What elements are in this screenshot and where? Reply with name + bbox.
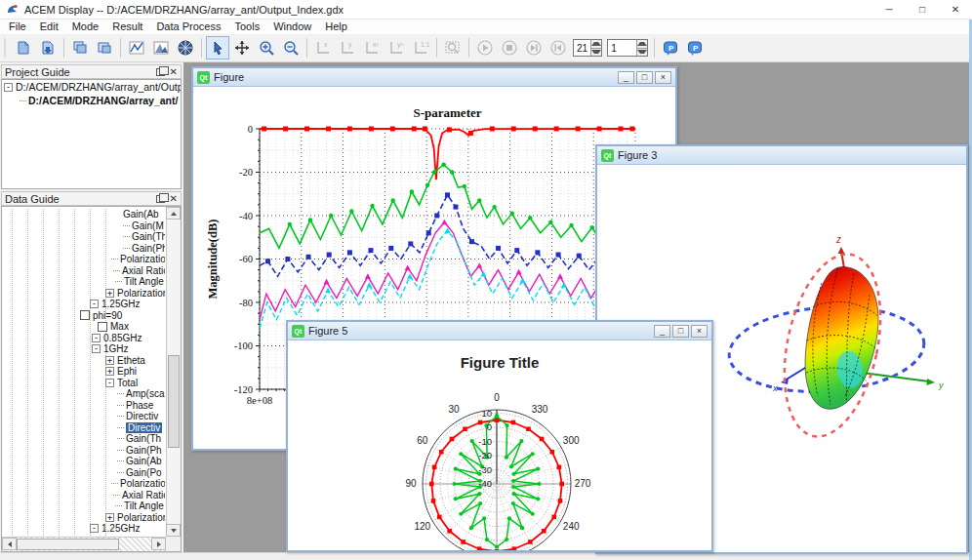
collapse-icon[interactable]: -: [92, 344, 101, 353]
float-panel-icon[interactable]: [156, 195, 165, 203]
pan-tool-icon[interactable]: [230, 36, 254, 60]
pointer-tool-icon[interactable]: [206, 36, 229, 60]
menu-item-help[interactable]: Help: [318, 20, 354, 34]
maximize-button[interactable]: □: [906, 0, 939, 19]
scroll-up-icon[interactable]: [166, 207, 181, 220]
tree-item-total[interactable]: -Total: [105, 378, 165, 389]
horizontal-scrollbar[interactable]: [2, 537, 166, 551]
checkbox-icon[interactable]: [80, 310, 90, 320]
axis-scale-5-icon[interactable]: 1:1: [409, 36, 432, 60]
expand-icon[interactable]: +: [105, 356, 114, 365]
menu-item-result[interactable]: Result: [105, 20, 149, 34]
tree-item-1-25ghz[interactable]: -1.25GHz: [90, 523, 165, 535]
menu-item-mode[interactable]: Mode: [65, 20, 106, 34]
frame-count-spinbox[interactable]: 21: [573, 39, 602, 57]
spin-down-icon[interactable]: [637, 48, 647, 57]
axis-scale-1-icon[interactable]: x: [311, 36, 335, 60]
collapse-icon[interactable]: -: [90, 524, 99, 533]
plot-2d-icon[interactable]: [125, 36, 148, 60]
scroll-right-icon[interactable]: [151, 538, 166, 550]
step-back-icon[interactable]: [547, 36, 570, 60]
tree-item-d-acem-drzhang-array-ant-[interactable]: D:/ACEM/DRZHANG/array_ant/: [20, 94, 181, 107]
figure5-close-button[interactable]: ×: [691, 325, 708, 338]
zoom-region-icon[interactable]: [441, 36, 465, 60]
scroll-left-icon[interactable]: [2, 538, 17, 550]
figure-close-button[interactable]: ×: [655, 71, 671, 84]
collapse-icon[interactable]: -: [90, 300, 99, 308]
cascade-windows-icon[interactable]: [68, 36, 92, 60]
tree-item-gain-ab[interactable]: Gain(Ab: [123, 209, 165, 220]
figure3-window-titlebar[interactable]: Qt Figure 3: [597, 146, 966, 165]
tree-item-gain-m[interactable]: Gain(M: [123, 220, 165, 232]
zoom-out-tool-icon[interactable]: [279, 36, 303, 60]
tree-item-directiv[interactable]: Directiv: [117, 422, 165, 434]
tree-item-1ghz[interactable]: -1GHz: [92, 343, 165, 355]
frame-index-value[interactable]: 1: [608, 40, 636, 56]
axis-scale-3-icon[interactable]: x²: [360, 36, 384, 60]
menu-item-file[interactable]: File: [2, 20, 33, 34]
axis-scale-2-icon[interactable]: y: [336, 36, 359, 60]
tree-item-gain-th[interactable]: Gain(Th: [117, 433, 165, 445]
spin-down-icon[interactable]: [591, 48, 601, 57]
float-panel-icon[interactable]: [156, 68, 165, 76]
tree-item-gain-po[interactable]: Gain(Po: [117, 467, 165, 479]
menu-item-window[interactable]: Window: [266, 20, 318, 34]
zoom-in-tool-icon[interactable]: [255, 36, 278, 60]
plot-3d-icon[interactable]: [149, 36, 173, 60]
tree-item-polarization[interactable]: +Polarization: [105, 288, 165, 300]
vertical-scrollbar-thumb[interactable]: [168, 355, 180, 448]
close-button[interactable]: ✕: [939, 0, 972, 19]
frame-count-value[interactable]: 21: [574, 40, 590, 56]
figure5-window[interactable]: Qt Figure 5 _ □ × Figure Title 030609012…: [286, 320, 713, 552]
axis-scale-4-icon[interactable]: y²: [385, 36, 408, 60]
tree-item-ephi[interactable]: +Ephi: [105, 366, 165, 378]
collapse-icon[interactable]: -: [4, 83, 13, 92]
tree-item-3d-pattern[interactable]: -3D Pattern: [55, 535, 165, 537]
menu-item-data-process[interactable]: Data Process: [149, 20, 227, 34]
tree-item-axial-ratio[interactable]: Axial Ratio: [113, 265, 165, 277]
tree-item-polarization[interactable]: Polarization: [111, 254, 165, 265]
figure5-window-titlebar[interactable]: Qt Figure 5 _ □ ×: [288, 322, 711, 340]
tree-item-gain-ph[interactable]: Gain(Ph: [123, 243, 165, 255]
figure5-minimize-button[interactable]: _: [654, 325, 670, 338]
tree-item-axial-ratio[interactable]: Axial Ratio: [113, 490, 165, 501]
figure-minimize-button[interactable]: _: [618, 71, 634, 84]
scroll-down-icon[interactable]: [166, 524, 181, 537]
title-bar[interactable]: ACEM Display -- D:/ACEM/DRZHANG/array_an…: [0, 0, 972, 20]
menu-item-edit[interactable]: Edit: [33, 20, 65, 34]
close-panel-icon[interactable]: ✕: [170, 194, 178, 204]
expand-icon[interactable]: +: [105, 513, 114, 522]
tree-item-1-25ghz[interactable]: -1.25GHz: [90, 299, 165, 310]
report-1-icon[interactable]: P: [659, 36, 682, 60]
tree-item-tilt-angle[interactable]: Tilt Angle: [115, 500, 165, 512]
tree-item-gain-ab[interactable]: Gain(Ab: [117, 456, 165, 467]
horizontal-scrollbar-thumb[interactable]: [17, 539, 119, 550]
figure5-maximize-button[interactable]: □: [672, 325, 689, 338]
tree-item-polarization[interactable]: Polarization: [111, 478, 165, 490]
tree-item-amp-sca[interactable]: Amp(sca: [117, 388, 165, 400]
toolbar-grip[interactable]: [4, 38, 9, 58]
collapse-icon[interactable]: -: [92, 334, 101, 342]
tree-item-directiv[interactable]: Directiv: [117, 411, 165, 422]
figure-window-titlebar[interactable]: Qt Figure _ □ ×: [193, 68, 675, 87]
collapse-icon[interactable]: -: [105, 379, 114, 387]
checkbox-icon[interactable]: [98, 322, 107, 332]
tree-item-tilt-angle[interactable]: Tilt Angle: [115, 276, 165, 288]
tree-item-polarization[interactable]: +Polarization: [105, 512, 165, 524]
tree-item-phi-90[interactable]: phi=90: [80, 310, 165, 322]
tile-windows-icon[interactable]: [93, 36, 116, 60]
tree-item-gain-th[interactable]: Gain(Th: [123, 231, 165, 243]
vertical-scrollbar[interactable]: [166, 207, 181, 537]
open-result-icon[interactable]: [12, 36, 35, 60]
tree-item-max[interactable]: Max: [98, 321, 165, 333]
close-panel-icon[interactable]: ✕: [170, 67, 178, 77]
expand-icon[interactable]: +: [105, 289, 114, 298]
minimize-button[interactable]: ─: [872, 0, 906, 19]
save-result-icon[interactable]: [36, 36, 60, 60]
tree-item-0-85ghz[interactable]: -0.85GHz: [92, 333, 165, 344]
expand-icon[interactable]: +: [105, 367, 114, 376]
tree-item-etheta[interactable]: +Etheta: [105, 355, 165, 367]
report-2-icon[interactable]: P: [683, 36, 707, 60]
plot-polar-icon[interactable]: [174, 36, 197, 60]
spin-up-icon[interactable]: [637, 40, 647, 48]
